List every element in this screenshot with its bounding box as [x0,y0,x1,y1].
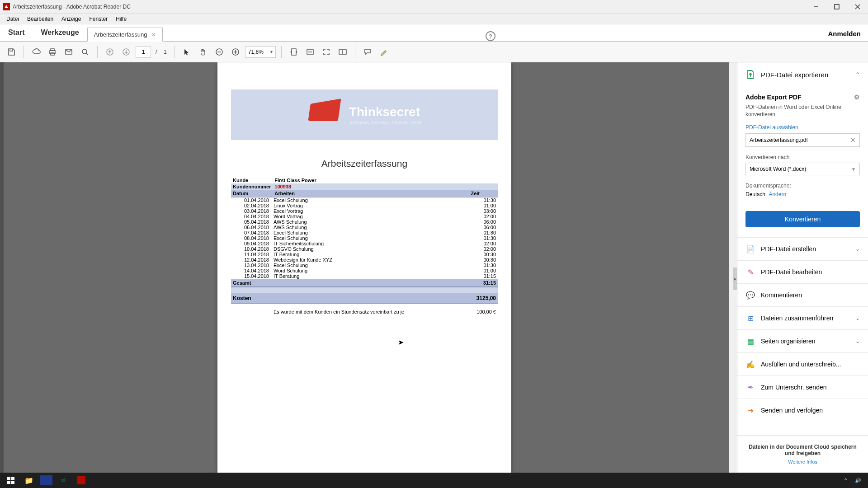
row-date: 07.04.2018 [231,230,272,235]
document-title: Arbeitszeiterfassung [231,158,498,169]
meta-custno-label: Kundennummer [231,183,273,190]
right-panel-handle[interactable]: ▶ [733,267,737,290]
tray-up-icon[interactable]: ⌃ [841,473,850,488]
start-button[interactable] [2,473,20,488]
language-change-link[interactable]: Ändern [769,191,786,197]
header-work: Arbeiten [273,190,374,197]
prev-page-icon[interactable] [103,45,117,59]
header-date: Datum [231,190,273,197]
table-row: 06.04.2018AWS Schulung06:00 [231,225,498,230]
convert-to-label: Konvertieren nach [745,154,860,160]
select-file-link[interactable]: PDF-Datei auswählen [745,124,860,131]
fit-page-icon[interactable] [287,45,301,59]
row-date: 15.04.2018 [231,273,272,279]
table-row: 13.04.2018Excel Schulung01:30 [231,263,498,268]
rp-item-organize[interactable]: ▦Seiten organisieren⌄ [737,329,868,352]
tab-document[interactable]: Arbeitszeiterfassung ✕ [87,28,163,42]
gear-icon[interactable]: ⚙ [854,94,860,101]
send-track-icon: ➜ [745,405,755,415]
comment-icon[interactable] [361,45,374,59]
svg-rect-25 [11,481,14,484]
cloud-icon[interactable] [29,45,43,59]
titlebar: Arbeitszeiterfassung - Adobe Acrobat Rea… [0,0,868,14]
chevron-down-icon: ⌄ [855,246,860,252]
acrobat-icon[interactable] [72,473,90,488]
menu-edit[interactable]: Bearbeiten [24,14,57,23]
banner: Thinksecret Technews, Reviews, Tutorials… [231,89,498,140]
rp-item-edit-pdf[interactable]: ✎PDF-Datei bearbeiten [737,260,868,283]
row-time: 02:00 [471,214,498,219]
selected-file-box: Arbeitszeiterfassung.pdf ✕ [745,133,860,147]
rp-item-comment[interactable]: 💬Kommentieren [737,283,868,306]
row-date: 06.04.2018 [231,225,272,230]
mail-icon[interactable] [62,45,75,59]
row-work: DSGVO Schulung [272,246,471,252]
row-time: 02:00 [471,246,498,252]
read-mode-icon[interactable] [336,45,349,59]
chevron-down-icon: ▼ [269,50,274,54]
row-date: 03.04.2018 [231,208,272,214]
volume-icon[interactable]: 🔊 [854,473,863,488]
convert-format-value: Microsoft Word (*.docx) [750,166,806,172]
tab-tools[interactable]: Werkzeuge [33,25,87,41]
rp-item-fill-sign[interactable]: ✍Ausfüllen und unterschreib... [737,352,868,375]
convert-button[interactable]: Konvertieren [745,211,860,227]
rp-item-send-track[interactable]: ➜Senden und verfolgen [737,399,868,422]
toolbar: / 1 71,8% ▼ [0,42,868,62]
menu-window[interactable]: Fenster [85,14,111,23]
taskbar: 📁 xl ⌃ 🔊 [0,473,868,488]
tab-start[interactable]: Start [0,25,33,41]
rp-item-create-pdf[interactable]: 📄PDF-Datei erstellen⌄ [737,237,868,260]
fit-width-icon[interactable] [303,45,317,59]
clear-file-icon[interactable]: ✕ [850,136,856,144]
menu-help[interactable]: Hilfe [112,14,130,23]
row-date: 11.04.2018 [231,252,272,257]
rp-item-send-sign[interactable]: ✒Zum Unterschr. senden [737,375,868,399]
row-work: AWS Schulung [272,225,471,230]
menu-view[interactable]: Anzeige [58,14,85,23]
combine-icon: ⊞ [745,313,755,323]
page-input[interactable] [136,46,151,58]
convert-format-select[interactable]: Microsoft Word (*.docx) ▼ [745,163,860,175]
row-work: IT Beratung [272,252,471,257]
row-time: 06:00 [471,225,498,230]
maximize-button[interactable] [826,0,847,14]
app-icon-1[interactable] [40,475,52,485]
svg-rect-24 [7,481,10,484]
help-icon[interactable]: ? [486,31,495,41]
save-icon[interactable] [5,45,18,59]
zoom-out-icon[interactable] [212,45,226,59]
rp-item-combine[interactable]: ⊞Dateien zusammenführen⌄ [737,306,868,329]
excel-icon[interactable]: xl [54,473,72,488]
search-icon[interactable] [78,45,92,59]
right-panel: PDF-Datei exportieren ⌃ Adobe Export PDF… [737,62,868,473]
explorer-icon[interactable]: 📁 [20,473,38,488]
comment-icon: 💬 [745,290,755,300]
menu-file[interactable]: Datei [3,14,23,23]
hand-tool-icon[interactable] [196,45,210,59]
select-tool-icon[interactable] [180,45,193,59]
svg-rect-5 [51,49,54,51]
highlight-icon[interactable] [377,45,391,59]
rp-footer-link[interactable]: Weitere Infos [745,459,860,465]
zoom-select[interactable]: 71,8% ▼ [245,46,276,58]
svg-rect-23 [11,477,14,480]
print-icon[interactable] [46,45,59,59]
row-date: 08.04.2018 [231,235,272,241]
fullscreen-ic개-icësoon[interactable] [320,45,333,59]
row-date: 05.04.2018 [231,219,272,225]
minimize-button[interactable] [806,0,826,14]
next-page-icon[interactable] [119,45,133,59]
row-work: Excel Schulung [272,235,471,241]
row-work: Linux Vortrag [272,203,471,208]
document-viewport[interactable]: Thinksecret Technews, Reviews, Tutorials… [0,62,729,473]
export-panel-header[interactable]: PDF-Datei exportieren ⌃ [737,62,868,87]
zoom-in-icon[interactable] [229,45,242,59]
tab-close-icon[interactable]: ✕ [151,32,156,38]
tab-document-label: Arbeitszeiterfassung [94,31,147,38]
close-button[interactable] [847,0,868,14]
chevron-down-icon: ▼ [851,167,856,172]
signin-button[interactable]: Anmelden [821,26,868,41]
row-date: 10.04.2018 [231,246,272,252]
language-label: Dokumentsprache: [745,183,860,189]
